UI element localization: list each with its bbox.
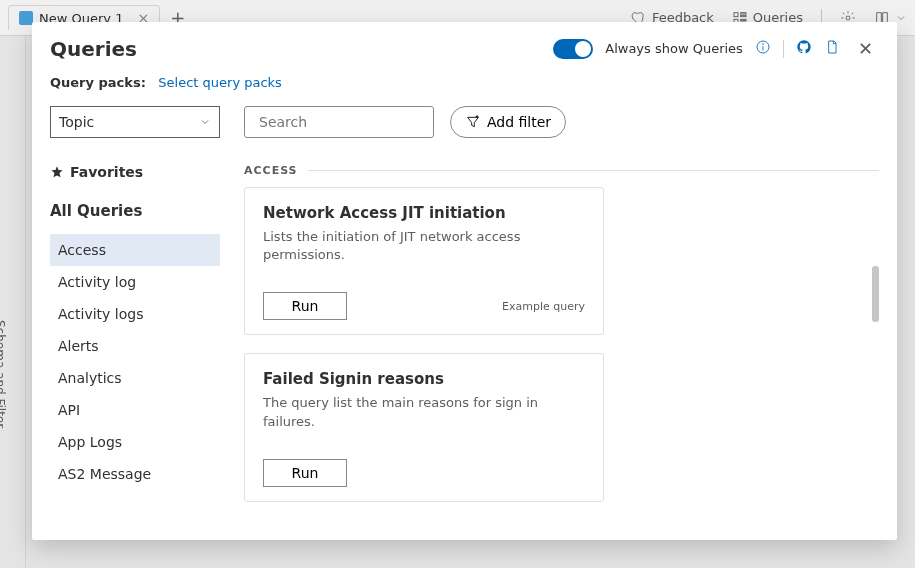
all-queries-header[interactable]: All Queries: [50, 202, 220, 220]
left-column: Topic Favorites All Queries AccessActivi…: [50, 106, 220, 540]
category-item[interactable]: API: [50, 394, 220, 426]
card-description: Lists the initiation of JIT network acce…: [263, 228, 585, 264]
section-header: ACCESS: [244, 164, 879, 177]
card-description: The query list the main reasons for sign…: [263, 394, 585, 430]
svg-point-9: [763, 44, 764, 45]
category-item[interactable]: Alerts: [50, 330, 220, 362]
queries-modal: Queries Always show Queries ✕ Query pack…: [32, 22, 897, 540]
run-button[interactable]: Run: [263, 292, 347, 320]
query-cards: Network Access JIT initiationLists the i…: [244, 187, 879, 502]
select-query-packs-link[interactable]: Select query packs: [158, 75, 282, 90]
category-item[interactable]: Activity logs: [50, 298, 220, 330]
category-item[interactable]: Activity log: [50, 266, 220, 298]
divider: [783, 40, 784, 58]
topic-dropdown[interactable]: Topic: [50, 106, 220, 138]
add-filter-button[interactable]: Add filter: [450, 106, 566, 138]
always-show-toggle[interactable]: [553, 39, 593, 59]
always-show-label: Always show Queries: [605, 41, 743, 56]
scrollbar[interactable]: [872, 266, 879, 322]
modal-title: Queries: [50, 37, 137, 61]
card-title: Network Access JIT initiation: [263, 204, 585, 222]
close-modal-button[interactable]: ✕: [852, 36, 879, 61]
category-item[interactable]: Analytics: [50, 362, 220, 394]
category-item[interactable]: Access: [50, 234, 220, 266]
category-list: AccessActivity logActivity logsAlertsAna…: [50, 234, 220, 490]
filter-add-icon: [465, 114, 481, 130]
favorites-header[interactable]: Favorites: [50, 164, 220, 180]
chevron-down-icon: [199, 114, 211, 130]
docs-link[interactable]: [824, 39, 840, 58]
info-button[interactable]: [755, 39, 771, 58]
query-card: Failed Signin reasonsThe query list the …: [244, 353, 604, 501]
query-card: Network Access JIT initiationLists the i…: [244, 187, 604, 335]
document-icon: [824, 39, 840, 55]
category-item[interactable]: AS2 Message: [50, 458, 220, 490]
info-icon: [755, 39, 771, 55]
query-packs-row: Query packs: Select query packs: [32, 69, 897, 106]
modal-header: Queries Always show Queries ✕: [32, 22, 897, 69]
github-link[interactable]: [796, 39, 812, 58]
search-box[interactable]: [244, 106, 434, 138]
github-icon: [796, 39, 812, 55]
right-column: Add filter ACCESS Network Access JIT ini…: [244, 106, 879, 540]
category-item[interactable]: App Logs: [50, 426, 220, 458]
card-title: Failed Signin reasons: [263, 370, 585, 388]
star-icon: [50, 165, 64, 179]
packs-label: Query packs:: [50, 75, 146, 90]
card-tag: Example query: [502, 300, 585, 313]
run-button[interactable]: Run: [263, 459, 347, 487]
search-input[interactable]: [259, 114, 433, 130]
